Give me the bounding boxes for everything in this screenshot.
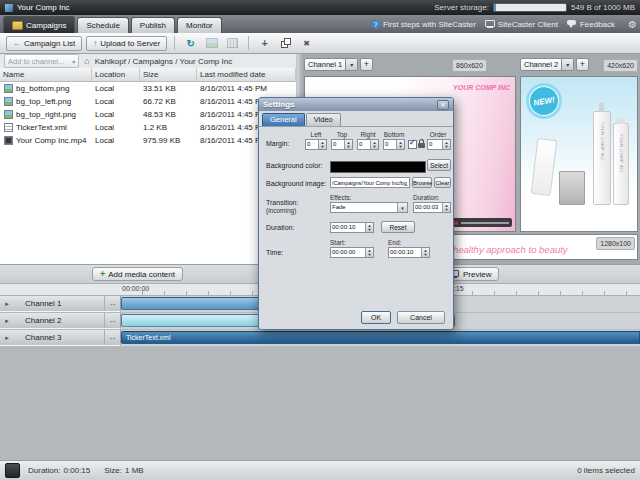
tab-video[interactable]: Video xyxy=(306,113,341,126)
drag-handle-icon[interactable]: ↔ xyxy=(104,296,120,311)
expand-icon[interactable]: ▸ xyxy=(0,334,14,342)
background-color-label: Background color: xyxy=(266,162,322,169)
channel-label: Channel 1 xyxy=(14,299,104,308)
spinner-arrows-icon[interactable] xyxy=(370,140,378,149)
start-time-spinner[interactable]: 00:00:00 xyxy=(330,247,374,258)
delete-button[interactable]: ✖ xyxy=(298,36,315,51)
channel2-header[interactable]: ▸ Channel 2 ↔ xyxy=(0,313,121,329)
breadcrumb[interactable]: Kahlkopf / Campaigns / Your Comp Inc xyxy=(95,57,232,66)
column-header-size[interactable]: Size xyxy=(140,68,197,81)
plus-icon: + xyxy=(100,269,105,279)
channel1-header[interactable]: ▸ Channel 1 ↔ xyxy=(0,296,121,312)
add-to-channel-dropdown[interactable]: Add to channel... ▾ xyxy=(4,54,79,68)
campaign-list-button[interactable]: ← Campaign List xyxy=(6,36,82,51)
upload-label: Upload to Server xyxy=(100,39,160,48)
table-row[interactable]: bg_top_left.png Local 66.72 KB 8/16/2011… xyxy=(0,95,296,108)
expand-icon[interactable]: ▸ xyxy=(0,317,14,325)
color-select-button[interactable]: Select xyxy=(427,159,451,171)
channel2-size-badge: 420x620 xyxy=(603,59,638,72)
monitor-icon xyxy=(485,20,495,28)
margin-left-spinner[interactable]: 0 xyxy=(305,139,327,150)
main-toolbar: ← Campaign List ↑ Upload to Server ↻ + ✖ xyxy=(0,33,640,54)
spinner-arrows-icon[interactable] xyxy=(344,140,352,149)
spinner-arrows-icon[interactable] xyxy=(421,248,429,257)
lock-margins-checkbox[interactable]: ✓ xyxy=(408,140,417,149)
background-color-swatch[interactable] xyxy=(330,161,426,173)
effects-label: Effects: xyxy=(330,194,352,201)
video-progress-track[interactable] xyxy=(461,222,509,224)
first-steps-link[interactable]: ? First steps with SiteCaster xyxy=(371,20,476,29)
margin-bottom-spinner[interactable]: 0 xyxy=(383,139,405,150)
duplicate-button[interactable] xyxy=(277,36,294,51)
image-file-icon xyxy=(4,84,13,93)
tab-general[interactable]: General xyxy=(262,113,305,126)
table-row[interactable]: bg_bottom.png Local 33.51 KB 8/16/2011 4… xyxy=(0,82,296,95)
breadcrumb-bar: Add to channel... ▾ ⌂ Kahlkopf / Campaig… xyxy=(0,54,296,68)
spinner-arrows-icon[interactable] xyxy=(442,203,450,212)
browse-button[interactable]: Browse xyxy=(412,177,432,188)
duration-spinner[interactable]: 00:00:10 xyxy=(330,222,374,233)
add-media-button[interactable]: + Add media content xyxy=(92,267,183,281)
channel3-header[interactable]: ▸ Channel 3 ↔ xyxy=(0,330,121,346)
file-table-header: Name Location Size Last modified date xyxy=(0,68,296,82)
video-controls-bar[interactable] xyxy=(451,218,512,227)
time-label: Time: xyxy=(266,249,283,256)
tab-monitor[interactable]: Monitor xyxy=(177,17,222,33)
server-storage-bar xyxy=(493,3,567,12)
spinner-arrows-icon[interactable] xyxy=(365,248,373,257)
sitecaster-client-link[interactable]: SiteCaster Client xyxy=(485,20,558,29)
transition-duration-label: Duration: xyxy=(413,194,439,201)
feedback-link[interactable]: Feedback xyxy=(567,20,615,29)
dialog-body: Margin: Left Top Right Bottom Order 0 0 … xyxy=(263,127,449,327)
cancel-button[interactable]: Cancel xyxy=(397,311,445,324)
column-header-name[interactable]: Name xyxy=(0,68,92,81)
channel1-add-button[interactable]: + xyxy=(360,58,373,71)
table-row[interactable]: bg_top_right.png Local 48.53 KB 8/16/201… xyxy=(0,108,296,121)
table-row[interactable]: Your Comp Inc.mp4 Local 975.99 KB 8/16/2… xyxy=(0,134,296,147)
spinner-arrows-icon[interactable] xyxy=(365,223,373,232)
channel2-preview: NEW! YOUR COMP INC YOUR COMP INC xyxy=(520,76,638,232)
end-label: End: xyxy=(388,239,401,246)
spinner-arrows-icon[interactable] xyxy=(396,140,404,149)
add-button[interactable]: + xyxy=(256,36,273,51)
spinner-arrows-icon[interactable] xyxy=(318,140,326,149)
channel2-select[interactable]: Channel 2 ▾ xyxy=(520,58,574,71)
column-header-modified[interactable]: Last modified date xyxy=(197,68,296,81)
end-time-spinner[interactable]: 00:00:10 xyxy=(388,247,430,258)
expand-icon[interactable]: ▸ xyxy=(0,300,14,308)
tube-graphic xyxy=(531,138,558,196)
clear-button[interactable]: Clear xyxy=(434,177,451,188)
dialog-titlebar[interactable]: Settings ✕ xyxy=(259,98,453,111)
transition-duration-spinner[interactable]: 00:00:03 xyxy=(413,202,451,213)
banner-size-badge: 1280x100 xyxy=(596,237,635,250)
ok-button[interactable]: OK xyxy=(361,311,391,324)
tab-publish[interactable]: Publish xyxy=(131,17,175,33)
upload-to-server-button[interactable]: ↑ Upload to Server xyxy=(86,36,167,51)
drag-handle-icon[interactable]: ↔ xyxy=(104,313,120,328)
channel1-select[interactable]: Channel 1 ▾ xyxy=(304,58,358,71)
table-row[interactable]: TickerText.xml Local 1.2 KB 8/16/2011 4:… xyxy=(0,121,296,134)
timeline-clip[interactable]: TickerText.xml xyxy=(121,331,640,344)
reset-button[interactable]: Reset xyxy=(381,221,415,233)
column-header-location[interactable]: Location xyxy=(92,68,140,81)
refresh-button[interactable]: ↻ xyxy=(182,36,199,51)
order-spinner[interactable]: 0 xyxy=(427,139,451,150)
channel2-add-button[interactable]: + xyxy=(576,58,589,71)
tab-campaigns[interactable]: Campaigns xyxy=(3,16,75,33)
gear-icon[interactable]: ⚙ xyxy=(628,19,637,30)
image-tool-button[interactable] xyxy=(203,36,220,51)
tab-schedule[interactable]: Schedule xyxy=(77,17,128,33)
lock-icon xyxy=(418,139,425,148)
layout-tool-button[interactable] xyxy=(224,36,241,51)
channel3-track[interactable]: TickerText.xml xyxy=(121,330,640,347)
margin-top-spinner[interactable]: 0 xyxy=(331,139,353,150)
plus-icon: + xyxy=(262,38,268,49)
drag-handle-icon[interactable]: ↔ xyxy=(104,330,120,345)
check-icon: ✓ xyxy=(409,138,416,147)
spinner-arrows-icon[interactable] xyxy=(442,140,450,149)
background-image-field[interactable] xyxy=(330,177,410,188)
margin-right-spinner[interactable]: 0 xyxy=(357,139,379,150)
effects-dropdown[interactable]: Fade ▾ xyxy=(330,202,408,213)
nav-links: ? First steps with SiteCaster SiteCaster… xyxy=(371,15,637,33)
close-icon[interactable]: ✕ xyxy=(437,100,449,110)
